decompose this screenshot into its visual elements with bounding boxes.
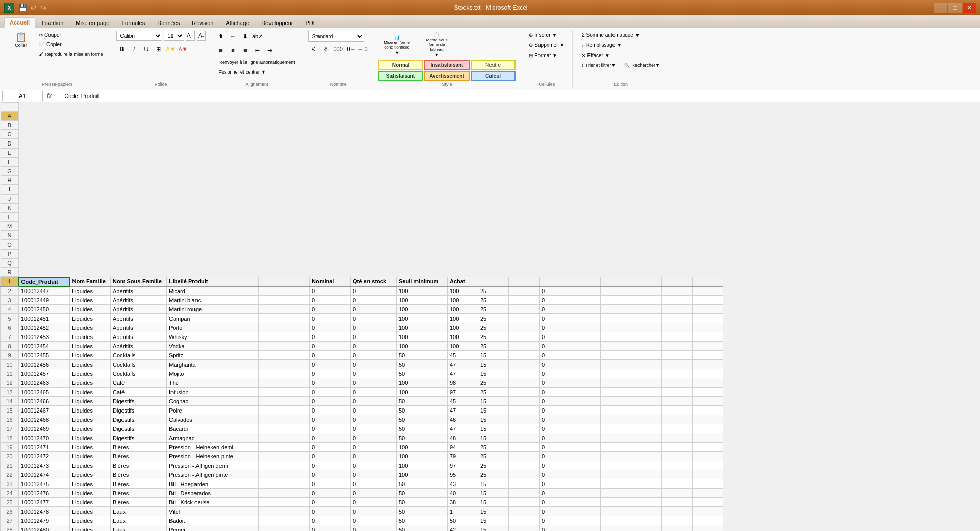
- border-button[interactable]: ⊞: [153, 43, 164, 55]
- cell-q11[interactable]: [662, 369, 693, 378]
- cell-c22[interactable]: Bières: [111, 470, 167, 479]
- cell-r2[interactable]: [693, 286, 723, 296]
- cell-a22[interactable]: 100012474: [19, 470, 70, 479]
- cell-l18[interactable]: [509, 433, 540, 443]
- cell-f17[interactable]: [284, 424, 310, 433]
- cell-h3[interactable]: 0: [351, 296, 397, 305]
- col-header-b[interactable]: B: [1, 120, 19, 130]
- cell-g7[interactable]: 0: [310, 332, 351, 342]
- cell-d15[interactable]: Poire: [167, 406, 259, 415]
- cell-a1[interactable]: Code_Produit: [19, 277, 70, 286]
- cell-e5[interactable]: [259, 314, 284, 323]
- text-direction-button[interactable]: ab↗: [252, 31, 263, 42]
- cell-i21[interactable]: 100: [397, 461, 448, 470]
- cell-q13[interactable]: [662, 388, 693, 397]
- cell-c1[interactable]: Nom Sous-Famille: [111, 277, 167, 286]
- cell-j8[interactable]: 100: [448, 342, 478, 351]
- cell-r24[interactable]: [693, 489, 723, 498]
- cell-a12[interactable]: 100012463: [19, 378, 70, 388]
- cell-r18[interactable]: [693, 433, 723, 443]
- cell-o8[interactable]: [601, 342, 631, 351]
- cell-q8[interactable]: [662, 342, 693, 351]
- cell-l25[interactable]: [509, 498, 540, 507]
- cell-b6[interactable]: Liquides: [70, 323, 111, 332]
- cell-e28[interactable]: [259, 525, 284, 532]
- cell-p20[interactable]: [631, 452, 662, 461]
- cell-l17[interactable]: [509, 424, 540, 433]
- cell-h14[interactable]: 0: [351, 397, 397, 406]
- cell-l23[interactable]: [509, 479, 540, 489]
- cell-c8[interactable]: Apéritifs: [111, 342, 167, 351]
- cell-p2[interactable]: [631, 286, 662, 296]
- cell-c15[interactable]: Digestifs: [111, 406, 167, 415]
- cell-h22[interactable]: 0: [351, 470, 397, 479]
- cell-p16[interactable]: [631, 415, 662, 424]
- cell-o25[interactable]: [601, 498, 631, 507]
- cell-l14[interactable]: [509, 397, 540, 406]
- col-header-r[interactable]: R: [1, 268, 19, 277]
- col-header-l[interactable]: L: [1, 212, 19, 222]
- cell-g17[interactable]: 0: [310, 424, 351, 433]
- cell-n21[interactable]: [570, 461, 601, 470]
- cell-q2[interactable]: [662, 286, 693, 296]
- cell-g18[interactable]: 0: [310, 433, 351, 443]
- cell-q14[interactable]: [662, 397, 693, 406]
- cell-o7[interactable]: [601, 332, 631, 342]
- cell-i25[interactable]: 50: [397, 498, 448, 507]
- cell-k14[interactable]: 15: [478, 397, 509, 406]
- cell-g3[interactable]: 0: [310, 296, 351, 305]
- cell-r4[interactable]: [693, 305, 723, 314]
- cell-b20[interactable]: Liquides: [70, 452, 111, 461]
- cell-l5[interactable]: [509, 314, 540, 323]
- cell-c19[interactable]: Bières: [111, 443, 167, 452]
- cell-a26[interactable]: 100012478: [19, 507, 70, 516]
- cell-b24[interactable]: Liquides: [70, 489, 111, 498]
- tab-accueil[interactable]: Accueil: [4, 17, 35, 28]
- cell-f12[interactable]: [284, 378, 310, 388]
- cell-r12[interactable]: [693, 378, 723, 388]
- cell-i8[interactable]: 100: [397, 342, 448, 351]
- sheet-body[interactable]: A B C D E F G H I J K L M N O P Q: [0, 102, 980, 531]
- cell-k28[interactable]: 15: [478, 525, 509, 532]
- cell-l12[interactable]: [509, 378, 540, 388]
- cell-f23[interactable]: [284, 479, 310, 489]
- cell-m27[interactable]: 0: [540, 516, 570, 525]
- cell-m17[interactable]: 0: [540, 424, 570, 433]
- cell-n14[interactable]: [570, 397, 601, 406]
- cell-p4[interactable]: [631, 305, 662, 314]
- cell-c26[interactable]: Eaux: [111, 507, 167, 516]
- cell-f8[interactable]: [284, 342, 310, 351]
- decimal-increase-button[interactable]: .0→: [345, 43, 356, 55]
- cell-b17[interactable]: Liquides: [70, 424, 111, 433]
- cell-c21[interactable]: Bières: [111, 461, 167, 470]
- cell-e11[interactable]: [259, 369, 284, 378]
- percent-button[interactable]: %: [321, 43, 332, 55]
- cell-f27[interactable]: [284, 516, 310, 525]
- align-top-button[interactable]: ⬆: [215, 31, 227, 42]
- cell-l24[interactable]: [509, 489, 540, 498]
- cell-r8[interactable]: [693, 342, 723, 351]
- cell-m11[interactable]: 0: [540, 369, 570, 378]
- cell-d21[interactable]: Pression - Affligen demi: [167, 461, 259, 470]
- cell-d2[interactable]: Ricard: [167, 286, 259, 296]
- cell-m6[interactable]: 0: [540, 323, 570, 332]
- cell-m16[interactable]: 0: [540, 415, 570, 424]
- cell-j6[interactable]: 100: [448, 323, 478, 332]
- cell-p22[interactable]: [631, 470, 662, 479]
- cell-k7[interactable]: 25: [478, 332, 509, 342]
- cell-e15[interactable]: [259, 406, 284, 415]
- cell-i24[interactable]: 50: [397, 489, 448, 498]
- cell-q28[interactable]: [662, 525, 693, 532]
- cell-f7[interactable]: [284, 332, 310, 342]
- cell-o3[interactable]: [601, 296, 631, 305]
- col-header-q[interactable]: Q: [1, 258, 19, 268]
- cell-n26[interactable]: [570, 507, 601, 516]
- cell-m25[interactable]: 0: [540, 498, 570, 507]
- cell-j9[interactable]: 45: [448, 351, 478, 360]
- cell-d25[interactable]: Btl - Krick cerise: [167, 498, 259, 507]
- cell-b3[interactable]: Liquides: [70, 296, 111, 305]
- mettre-sous-forme-button[interactable]: 📋 Mettre sous forme de tableau▼: [418, 31, 456, 59]
- cell-m12[interactable]: 0: [540, 378, 570, 388]
- cell-a19[interactable]: 100012471: [19, 443, 70, 452]
- cell-d17[interactable]: Bacardi: [167, 424, 259, 433]
